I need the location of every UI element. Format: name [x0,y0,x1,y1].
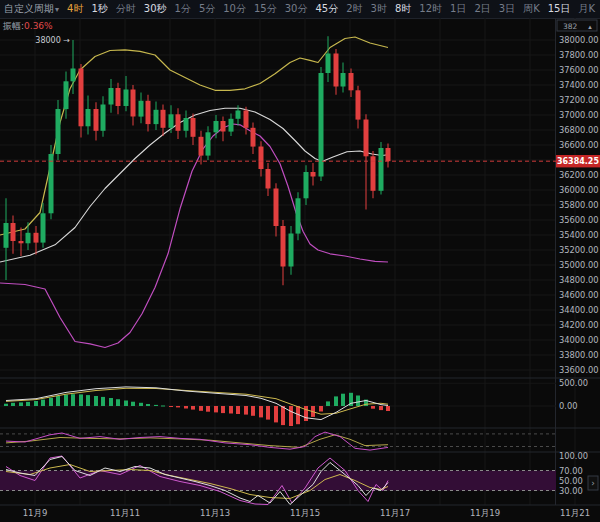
svg-text:35600.00: 35600.00 [559,215,599,225]
svg-text:37000.00: 37000.00 [559,110,599,120]
period-button-12时[interactable]: 12时 [415,0,446,18]
chevron-down-icon: ▾ [55,5,59,14]
svg-text:35200.00: 35200.00 [559,245,599,255]
svg-text:0.00: 0.00 [559,401,577,411]
period-button-1秒[interactable]: 1秒 [87,0,111,18]
amplitude-value: 0.36% [24,21,53,31]
svg-text:33600.00: 33600.00 [559,365,599,375]
svg-text:36600.00: 36600.00 [559,140,599,150]
period-button-周K[interactable]: 周K [519,0,544,18]
period-button-2日[interactable]: 2日 [470,0,494,18]
svg-text:500.00: 500.00 [559,378,588,388]
svg-text:▴: ▴ [588,23,592,31]
svg-text:11月17: 11月17 [380,508,410,518]
period-button-2时[interactable]: 2时 [342,0,366,18]
period-button-3日[interactable]: 3日 [495,0,519,18]
svg-text:11月19: 11月19 [470,508,500,518]
period-button-5分[interactable]: 5分 [195,0,219,18]
period-button-1日[interactable]: 1日 [446,0,470,18]
timeframe-buttons: 自定义周期▾4时1秒分时30秒1分5分10分15分30分45分2时3时8时12时… [0,0,600,18]
amplitude-label: 振幅: [3,21,24,31]
svg-text:36000.00: 36000.00 [559,185,599,195]
period-button-8时[interactable]: 8时 [391,0,415,18]
period-button-1分[interactable]: 1分 [171,0,195,18]
svg-text:37200.00: 37200.00 [559,95,599,105]
svg-text:34400.00: 34400.00 [559,305,599,315]
svg-text:34800.00: 34800.00 [559,275,599,285]
svg-text:11月9: 11月9 [23,508,48,518]
svg-text:37800.00: 37800.00 [559,50,599,60]
period-button-4时[interactable]: 4时 [63,0,87,18]
svg-text:35800.00: 35800.00 [559,200,599,210]
svg-text:37400.00: 37400.00 [559,80,599,90]
svg-text:11月13: 11月13 [200,508,230,518]
svg-text:11月11: 11月11 [110,508,140,518]
period-button-3时[interactable]: 3时 [367,0,391,18]
chart-canvas[interactable]: 38000.0037800.0037600.0037400.0037200.00… [0,18,600,522]
period-button-月K[interactable]: 月K [574,0,599,18]
svg-text:35400.00: 35400.00 [559,230,599,240]
svg-text:38000.00: 38000.00 [559,35,599,45]
toolbar: 自定义周期▾4时1秒分时30秒1分5分10分15分30分45分2时3时8时12时… [0,0,600,19]
svg-text:37600.00: 37600.00 [559,65,599,75]
svg-text:38000 →: 38000 → [35,36,70,45]
svg-text:34000.00: 34000.00 [559,335,599,345]
svg-text:34600.00: 34600.00 [559,290,599,300]
svg-text:50.00: 50.00 [559,476,583,486]
svg-text:382: 382 [563,22,578,31]
period-button-10分[interactable]: 10分 [219,0,250,18]
svg-text:35000.00: 35000.00 [559,260,599,270]
svg-text:36384.25: 36384.25 [557,157,599,166]
svg-text:36200.00: 36200.00 [559,170,599,180]
period-button-15日[interactable]: 15日 [544,0,575,18]
svg-text:33800.00: 33800.00 [559,350,599,360]
svg-text:11月15: 11月15 [290,508,320,518]
period-button-30分[interactable]: 30分 [281,0,312,18]
svg-text:11月21: 11月21 [560,508,590,518]
amplitude-readout: 振幅:0.36% [3,20,53,33]
svg-text:30.00: 30.00 [559,486,583,496]
period-button-45分[interactable]: 45分 [311,0,342,18]
period-button-自定义周期[interactable]: 自定义周期▾ [0,0,63,19]
svg-text:34200.00: 34200.00 [559,320,599,330]
svg-text:36800.00: 36800.00 [559,125,599,135]
period-button-15分[interactable]: 15分 [250,0,281,18]
period-button-分时[interactable]: 分时 [112,0,140,18]
trading-terminal: 自定义周期▾4时1秒分时30秒1分5分10分15分30分45分2时3时8时12时… [0,0,600,522]
svg-text:70.00: 70.00 [559,466,583,476]
svg-text:›: › [591,478,595,488]
period-button-30秒[interactable]: 30秒 [140,0,171,18]
svg-text:100.00: 100.00 [559,451,588,461]
